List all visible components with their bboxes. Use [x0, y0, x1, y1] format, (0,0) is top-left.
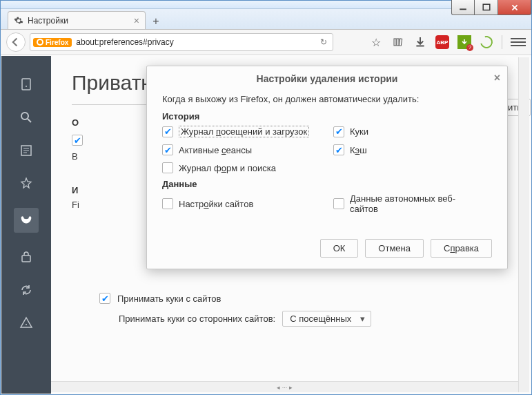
tab-close-button[interactable]: ×	[134, 15, 139, 26]
option-cookies-checkbox[interactable]: ✔	[333, 126, 344, 137]
option-forms-search-label: Журнал форм и поиска	[179, 163, 276, 173]
option-offline-data-label: Данные автономных веб-сайтов	[350, 193, 474, 214]
option-cookies-label: Куки	[350, 126, 368, 137]
option-browsing-history[interactable]: ✔ Журнал посещений и загрузок	[162, 126, 321, 137]
window-titlebar	[1, 1, 531, 9]
preferences-pane: Приватность О ✔ В Сменить нее И Fi ✔ При…	[51, 56, 531, 394]
back-arrow-icon	[11, 37, 21, 47]
horizontal-scrollbar[interactable]: ◂ ··· ▸	[51, 381, 518, 392]
content-area: Приватность О ✔ В Сменить нее И Fi ✔ При…	[1, 56, 531, 394]
browser-window: Настройки × + Firefox about:preferences#…	[0, 0, 532, 395]
dialog-history-section-label: История	[162, 111, 492, 122]
hamburger-menu-button[interactable]	[511, 35, 526, 49]
url-bar[interactable]: Firefox about:preferences#privacy ↻	[30, 33, 333, 51]
option-forms-search[interactable]: Журнал форм и поиска	[162, 162, 321, 173]
dialog-close-button[interactable]: ×	[494, 72, 500, 84]
tab-title: Настройки	[28, 16, 68, 26]
svg-rect-7	[22, 79, 30, 90]
sidebar-security-icon[interactable]	[17, 248, 35, 266]
savefrom-icon[interactable]	[457, 35, 471, 49]
option-offline-data-checkbox[interactable]	[333, 198, 344, 209]
tab-settings[interactable]: Настройки ×	[8, 11, 146, 29]
option-browsing-history-checkbox[interactable]: ✔	[162, 126, 173, 137]
dialog-prompt: Когда я выхожу из Firefox, он должен авт…	[162, 94, 492, 104]
url-text: about:preferences#privacy	[76, 37, 173, 47]
svg-rect-6	[399, 39, 402, 46]
new-tab-button[interactable]: +	[147, 14, 165, 29]
extension-spiral-icon[interactable]	[480, 35, 493, 49]
option-site-preferences-checkbox[interactable]	[162, 198, 173, 209]
preferences-sidebar	[1, 56, 51, 394]
option-active-sessions-label: Активные сеансы	[179, 145, 252, 155]
adblock-plus-icon[interactable]: ABP	[435, 35, 449, 49]
window-minimize-button[interactable]	[451, 0, 475, 15]
library-icon[interactable]	[391, 35, 405, 49]
option-cache[interactable]: ✔ Кэш	[333, 144, 492, 155]
option-cookies[interactable]: ✔ Куки	[333, 126, 492, 137]
sidebar-privacy-icon[interactable]	[14, 208, 39, 233]
option-offline-data[interactable]: Данные автономных веб-сайтов	[333, 193, 492, 214]
option-active-sessions[interactable]: ✔ Активные сеансы	[162, 144, 321, 155]
navigation-toolbar: Firefox about:preferences#privacy ↻ ☆ AB…	[1, 30, 531, 55]
option-active-sessions-checkbox[interactable]: ✔	[162, 144, 173, 155]
clear-history-settings-dialog: Настройки удаления истории × Когда я вых…	[146, 66, 508, 269]
svg-point-9	[21, 113, 28, 119]
dialog-data-section-label: Данные	[162, 179, 492, 189]
svg-point-8	[26, 86, 27, 87]
reload-button[interactable]: ↻	[317, 37, 330, 47]
dialog-ok-button[interactable]: ОК	[320, 239, 359, 258]
sidebar-applications-icon[interactable]	[17, 175, 35, 193]
dialog-cancel-button[interactable]: Отмена	[365, 239, 424, 258]
svg-rect-5	[397, 39, 399, 46]
sidebar-general-icon[interactable]	[17, 75, 35, 93]
option-site-preferences[interactable]: Настройки сайтов	[162, 193, 321, 214]
modal-backdrop: Настройки удаления истории × Когда я вых…	[51, 56, 531, 394]
bookmark-star-icon[interactable]: ☆	[369, 35, 383, 49]
dialog-help-button[interactable]: Справка	[431, 239, 492, 258]
svg-rect-15	[22, 256, 30, 262]
svg-rect-4	[394, 39, 396, 46]
sidebar-search-icon[interactable]	[17, 108, 35, 126]
sidebar-advanced-icon[interactable]	[17, 314, 35, 332]
window-close-button[interactable]	[498, 0, 531, 15]
option-forms-search-checkbox[interactable]	[162, 162, 173, 173]
svg-point-16	[26, 324, 27, 325]
sidebar-sync-icon[interactable]	[17, 281, 35, 299]
window-maximize-button[interactable]	[475, 0, 498, 15]
downloads-icon[interactable]	[413, 35, 427, 49]
option-browsing-history-label: Журнал посещений и загрузок	[179, 126, 309, 137]
back-button[interactable]	[6, 32, 26, 52]
sidebar-content-icon[interactable]	[17, 142, 35, 160]
toolbar-separator	[502, 35, 502, 49]
vertical-scrollbar[interactable]	[518, 57, 529, 392]
dialog-title: Настройки удаления истории ×	[147, 66, 507, 91]
svg-rect-1	[483, 4, 490, 10]
option-cache-checkbox[interactable]: ✔	[333, 144, 344, 155]
identity-firefox-badge: Firefox	[33, 38, 72, 47]
svg-line-10	[28, 119, 31, 122]
option-site-preferences-label: Настройки сайтов	[179, 199, 253, 209]
gear-icon	[14, 16, 23, 26]
option-cache-label: Кэш	[350, 145, 367, 155]
